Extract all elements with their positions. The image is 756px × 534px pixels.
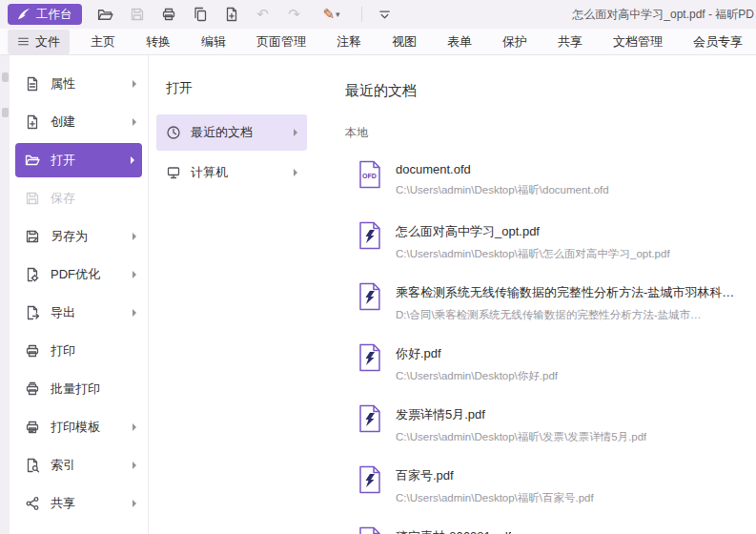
open-item-computer[interactable]: 计算机 xyxy=(156,154,307,191)
menu-file-label: 文件 xyxy=(35,33,60,51)
file-menu-overlay: 属性 创建 打开 xyxy=(0,55,756,534)
toolbar-more-button[interactable] xyxy=(371,2,399,27)
document-title: 怎么面对高中学习_opt.pdf - 福昕PD xyxy=(572,7,756,23)
recent-file-row[interactable]: 稿定素材-806381.pdf xyxy=(315,521,756,534)
menu-item-member[interactable]: 会员专享 xyxy=(693,33,743,51)
pen-tool-button[interactable]: ✎ ▾ xyxy=(312,2,352,27)
save-as-icon xyxy=(25,229,40,244)
open-item-recent-documents[interactable]: 最近的文档 xyxy=(156,114,307,151)
menu-item-edit[interactable]: 编辑 xyxy=(201,33,226,51)
pdf-file-icon xyxy=(358,282,381,311)
pdf-file-icon xyxy=(358,526,381,534)
pdf-optimize-icon xyxy=(25,267,40,282)
save-icon xyxy=(130,7,145,22)
undo-button[interactable]: ↶ xyxy=(249,2,277,27)
submenu-arrow-icon xyxy=(131,156,134,164)
submenu-arrow-icon xyxy=(133,271,136,278)
save-button[interactable] xyxy=(123,2,152,27)
menu-item-protect[interactable]: 保护 xyxy=(502,33,527,51)
pdf-file-icon xyxy=(358,465,381,494)
recent-file-row[interactable]: 百家号.pdf C:\Users\admin\Desktop\福昕\百家号.pd… xyxy=(315,460,756,521)
file-path: C:\Users\admin\Desktop\福昕\百家号.pdf xyxy=(396,491,594,505)
menu-file-button[interactable]: 文件 xyxy=(8,30,70,54)
ofd-file-icon: OFD xyxy=(358,160,381,189)
folder-open-icon xyxy=(97,7,113,23)
workspace-button-label: 工作台 xyxy=(36,7,72,23)
hamburger-icon xyxy=(17,35,30,48)
submenu-arrow-icon xyxy=(133,309,136,317)
file-menu-item-share[interactable]: 共享 xyxy=(10,484,148,523)
submenu-arrow-icon xyxy=(294,169,297,176)
recent-file-row[interactable]: 发票详情5月.pdf C:\Users\admin\Desktop\福昕\发票\… xyxy=(315,399,756,460)
toolbar-separator xyxy=(361,7,362,22)
file-menu-item-print-template[interactable]: 打印模板 xyxy=(10,408,148,446)
recent-file-row[interactable]: 你好.pdf C:\Users\admin\Desktop\你好.pdf xyxy=(315,338,756,399)
file-menu-label: 导出 xyxy=(51,304,75,321)
titlebar: 工作台 xyxy=(0,0,756,29)
submenu-arrow-icon xyxy=(133,500,136,507)
menu-item-doc-manage[interactable]: 文档管理 xyxy=(613,33,663,51)
open-file-button[interactable] xyxy=(92,2,120,27)
submenu-arrow-icon xyxy=(133,423,136,431)
copy-pages-button[interactable] xyxy=(186,2,215,27)
submenu-arrow-icon xyxy=(133,233,136,240)
menu-item-home[interactable]: 主页 xyxy=(91,33,115,51)
share-icon xyxy=(25,496,40,511)
local-section-label: 本地 xyxy=(345,125,756,141)
file-menu-item-properties[interactable]: 属性 xyxy=(10,65,148,103)
recent-file-row[interactable]: OFD document.ofd C:\Users\admin\Desktop\… xyxy=(315,154,756,216)
workspace-button[interactable]: 工作台 xyxy=(8,4,82,25)
file-path: D:\合同\乘客检测系统无线传输数据的完整性分析方法-盐城市… xyxy=(396,308,737,322)
print-icon xyxy=(25,343,40,359)
open-icon xyxy=(25,153,40,168)
menu-item-share[interactable]: 共享 xyxy=(558,33,582,51)
open-panel-title: 打开 xyxy=(166,80,315,97)
chevron-down-icon: ▾ xyxy=(336,10,340,19)
file-name: 百家号.pdf xyxy=(396,467,594,484)
file-menu-label: 保存 xyxy=(51,190,75,207)
create-icon xyxy=(25,114,40,130)
file-menu-label: 打开 xyxy=(51,152,75,169)
menu-items: 主页 转换 编辑 页面管理 注释 视图 表单 保护 共享 文档管理 会员专享 xyxy=(91,33,743,51)
file-menu-label: 打印 xyxy=(51,342,75,359)
create-pdf-button[interactable] xyxy=(217,2,246,27)
submenu-arrow-icon xyxy=(294,129,297,136)
redo-button[interactable]: ↷ xyxy=(280,2,309,27)
file-menu-item-create[interactable]: 创建 xyxy=(10,103,148,141)
open-item-label: 计算机 xyxy=(191,164,228,181)
file-menu-item-export[interactable]: 导出 xyxy=(10,294,148,332)
submenu-arrow-icon xyxy=(133,80,136,88)
recent-file-row[interactable]: 怎么面对高中学习_opt.pdf C:\Users\admin\Desktop\… xyxy=(315,216,756,277)
file-menu-label: 另存为 xyxy=(51,228,88,245)
recent-file-row[interactable]: 乘客检测系统无线传输数据的完整性分析方法-盐城市羽林科技… D:\合同\乘客检测… xyxy=(315,277,756,338)
export-icon xyxy=(25,305,40,320)
file-menu-label: 共享 xyxy=(51,495,75,512)
file-menu-item-print[interactable]: 打印 xyxy=(10,332,148,370)
pdf-file-icon xyxy=(358,404,381,433)
collapse-toolbar-icon xyxy=(378,8,392,22)
print-button[interactable] xyxy=(154,2,183,27)
file-path: C:\Users\admin\Desktop\福昕\document.ofd xyxy=(396,183,609,197)
recent-panel-title: 最近的文档 xyxy=(345,82,756,100)
menu-item-page-manage[interactable]: 页面管理 xyxy=(256,33,306,51)
index-icon xyxy=(25,458,40,473)
submenu-arrow-icon xyxy=(133,462,136,469)
file-menu-item-index[interactable]: 索引 xyxy=(10,446,148,484)
open-submenu-panel: 打开 最近的文档 计算机 xyxy=(149,55,315,534)
menu-item-comment[interactable]: 注释 xyxy=(337,33,361,51)
file-path: C:\Users\admin\Desktop\福昕\发票\发票详情5月.pdf xyxy=(396,430,646,444)
pen-tool-icon: ✎ xyxy=(322,6,335,23)
menu-item-form[interactable]: 表单 xyxy=(447,33,472,51)
file-name: 稿定素材-806381.pdf xyxy=(396,528,511,534)
menu-item-view[interactable]: 视图 xyxy=(392,33,417,51)
file-menu-item-open[interactable]: 打开 xyxy=(15,143,142,177)
file-menu-item-save-as[interactable]: 另存为 xyxy=(10,217,148,256)
svg-text:OFD: OFD xyxy=(362,173,377,179)
menu-item-convert[interactable]: 转换 xyxy=(146,33,171,51)
save-icon xyxy=(25,191,40,206)
file-name: 乘客检测系统无线传输数据的完整性分析方法-盐城市羽林科技… xyxy=(396,284,737,301)
background-icon-fragment xyxy=(2,72,9,82)
file-menu-item-save[interactable]: 保存 xyxy=(10,179,148,217)
file-menu-item-pdf-optimize[interactable]: PDF优化 xyxy=(10,256,148,294)
file-menu-item-batch-print[interactable]: 批量打印 xyxy=(10,370,148,408)
